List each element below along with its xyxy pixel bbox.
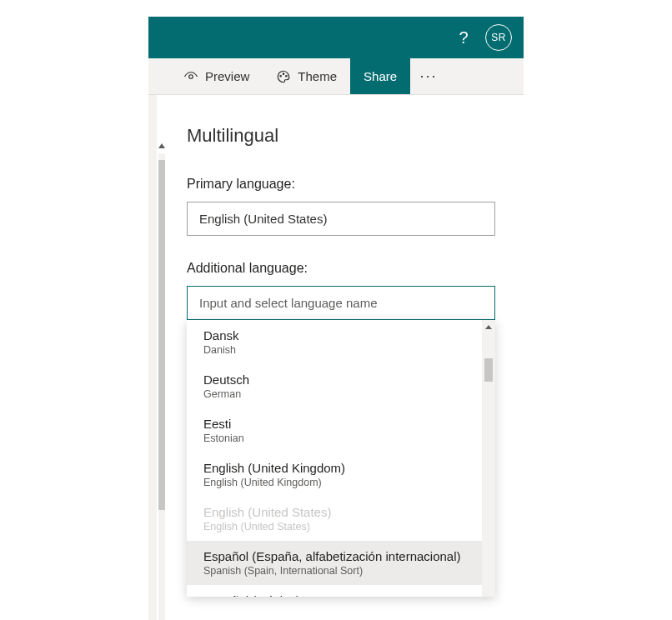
primary-language-input[interactable]	[187, 202, 495, 236]
page-title: Multilingual	[187, 125, 499, 147]
share-label: Share	[364, 69, 397, 83]
additional-language-label: Additional language:	[187, 261, 499, 276]
language-option-subtitle: English (United Kingdom)	[203, 477, 465, 488]
language-option-title: Deutsch	[203, 372, 465, 387]
palette-icon	[276, 69, 291, 84]
theme-label: Theme	[298, 69, 337, 83]
theme-button[interactable]: Theme	[263, 58, 350, 94]
left-gutter	[148, 95, 157, 620]
language-dropdown: DanskDanishDeutschGermanEestiEstonianEng…	[187, 320, 495, 597]
dropdown-scrollbar[interactable]	[482, 320, 495, 597]
language-option-subtitle: Danish	[203, 344, 465, 356]
language-option-title: Español (España, alfabetización internac…	[203, 549, 465, 563]
help-icon[interactable]: ?	[452, 26, 475, 49]
svg-point-0	[189, 74, 193, 78]
more-button[interactable]: ···	[410, 58, 447, 94]
language-option-title: English (United States)	[203, 505, 465, 519]
share-button[interactable]: Share	[350, 58, 410, 94]
svg-point-1	[280, 75, 282, 77]
eye-icon	[183, 69, 198, 84]
svg-point-2	[283, 72, 285, 74]
language-option-subtitle: Estonian	[203, 432, 465, 444]
language-option-title: Eesti	[203, 417, 465, 431]
language-option[interactable]: EestiEstonian	[187, 408, 482, 452]
language-option-title: Dansk	[203, 328, 465, 342]
language-option-subtitle: Spanish (Spain, International Sort)	[203, 565, 465, 577]
language-option[interactable]: English (United Kingdom)English (United …	[187, 452, 482, 497]
toolbar: Preview Theme Share ···	[148, 58, 524, 95]
avatar[interactable]: SR	[485, 24, 512, 51]
language-option-title: English (United Kingdom)	[203, 461, 465, 475]
language-option[interactable]: DeutschGerman	[187, 364, 482, 408]
svg-point-3	[286, 75, 288, 77]
language-option-subtitle: English (United States)	[203, 521, 465, 532]
preview-button[interactable]: Preview	[170, 58, 263, 94]
language-option[interactable]: Español (España, alfabetización internac…	[187, 541, 482, 585]
header-bar: ? SR	[148, 17, 524, 58]
language-option: English (United States)English (United S…	[187, 497, 482, 541]
language-option-title: Español (México)	[203, 593, 465, 597]
language-option-subtitle: German	[203, 388, 465, 400]
language-option[interactable]: Español (México)Spanish (Mexico)	[187, 585, 482, 597]
primary-language-label: Primary language:	[187, 177, 499, 192]
preview-label: Preview	[205, 69, 249, 83]
language-option[interactable]: DanskDanish	[187, 320, 482, 364]
additional-language-input[interactable]	[187, 286, 495, 320]
